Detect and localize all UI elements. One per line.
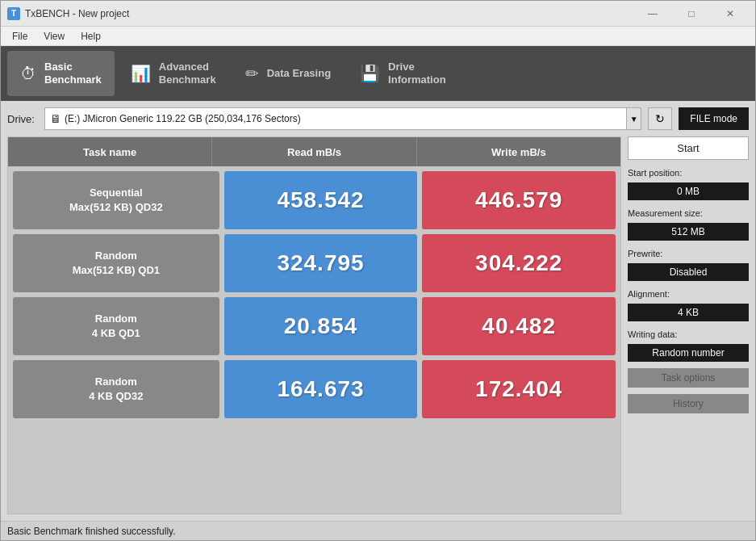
write-cell-2: 40.482 bbox=[422, 297, 616, 355]
sidebar: Start Start position: 0 MB Measurement s… bbox=[628, 136, 749, 514]
read-cell-3: 164.673 bbox=[224, 360, 418, 418]
status-text: Basic Benchmark finished successfully. bbox=[7, 526, 176, 537]
menu-view[interactable]: View bbox=[36, 29, 73, 44]
write-value-3: 172.404 bbox=[475, 376, 562, 402]
alignment-value: 4 KB bbox=[628, 304, 749, 321]
app-icon: T bbox=[7, 7, 20, 20]
drive-tab-icon: 💾 bbox=[360, 64, 380, 83]
write-cell-0: 446.579 bbox=[422, 171, 616, 229]
task-cell-1: RandomMax(512 KB) QD1 bbox=[13, 234, 219, 292]
minimize-button[interactable]: — bbox=[634, 2, 671, 25]
drive-selector-wrapper: 🖥 (E:) JMicron Generic 119.22 GB (250,03… bbox=[44, 107, 641, 130]
drive-select[interactable]: 🖥 (E:) JMicron Generic 119.22 GB (250,03… bbox=[44, 107, 627, 130]
task-options-button[interactable]: Task options bbox=[628, 368, 749, 388]
content-area: Drive: 🖥 (E:) JMicron Generic 119.22 GB … bbox=[1, 101, 755, 521]
writing-data-value: Random number bbox=[628, 344, 749, 362]
drive-dropdown-arrow[interactable]: ▼ bbox=[627, 107, 641, 130]
write-value-2: 40.482 bbox=[482, 313, 556, 339]
task-name-1: RandomMax(512 KB) QD1 bbox=[73, 249, 160, 278]
prewrite-value: Disabled bbox=[628, 263, 749, 281]
table-header: Task name Read mB/s Write mB/s bbox=[8, 137, 620, 166]
alignment-label: Alignment: bbox=[628, 289, 749, 299]
task-name-2: Random4 KB QD1 bbox=[92, 312, 140, 341]
table-body: SequentialMax(512 KB) QD32 458.542 446.5… bbox=[8, 166, 620, 514]
file-mode-button[interactable]: FILE mode bbox=[679, 107, 749, 130]
read-value-1: 324.795 bbox=[277, 250, 364, 276]
drive-icon: 🖥 bbox=[50, 112, 61, 125]
drive-label: Drive: bbox=[7, 113, 35, 125]
table-row: RandomMax(512 KB) QD1 324.795 304.222 bbox=[13, 234, 616, 292]
start-button[interactable]: Start bbox=[628, 136, 749, 160]
header-write: Write mB/s bbox=[417, 137, 620, 166]
tab-data-erasing[interactable]: ✏ Data Erasing bbox=[232, 51, 344, 96]
chart-icon: 📊 bbox=[131, 64, 151, 83]
measurement-size-label: Measurement size: bbox=[628, 208, 749, 218]
main-window: T TxBENCH - New project — □ ✕ File View … bbox=[0, 0, 756, 541]
start-position-label: Start position: bbox=[628, 168, 749, 178]
title-bar: T TxBENCH - New project — □ ✕ bbox=[1, 1, 755, 27]
tab-basic-benchmark[interactable]: ⏱ BasicBenchmark bbox=[7, 51, 115, 96]
menu-help[interactable]: Help bbox=[73, 29, 109, 44]
header-read: Read mB/s bbox=[212, 137, 416, 166]
table-row: SequentialMax(512 KB) QD32 458.542 446.5… bbox=[13, 171, 616, 229]
eraser-icon: ✏ bbox=[245, 64, 259, 83]
table-row: Random4 KB QD32 164.673 172.404 bbox=[13, 360, 616, 418]
write-cell-1: 304.222 bbox=[422, 234, 616, 292]
task-cell-3: Random4 KB QD32 bbox=[13, 360, 219, 418]
close-button[interactable]: ✕ bbox=[712, 2, 749, 25]
task-name-0: SequentialMax(512 KB) QD32 bbox=[69, 186, 163, 215]
read-value-3: 164.673 bbox=[277, 376, 364, 402]
task-name-3: Random4 KB QD32 bbox=[89, 375, 143, 404]
history-button[interactable]: History bbox=[628, 394, 749, 413]
status-bar: Basic Benchmark finished successfully. bbox=[1, 521, 755, 540]
header-task: Task name bbox=[8, 137, 212, 166]
tab-drive-information[interactable]: 💾 DriveInformation bbox=[347, 51, 459, 96]
window-controls: — □ ✕ bbox=[634, 2, 749, 25]
prewrite-label: Prewrite: bbox=[628, 249, 749, 258]
maximize-button[interactable]: □ bbox=[673, 2, 710, 25]
table-row: Random4 KB QD1 20.854 40.482 bbox=[13, 297, 616, 355]
menu-bar: File View Help bbox=[1, 27, 755, 46]
measurement-size-value: 512 MB bbox=[628, 223, 749, 241]
tab-advanced-benchmark[interactable]: 📊 AdvancedBenchmark bbox=[118, 51, 229, 96]
writing-data-label: Writing data: bbox=[628, 329, 749, 339]
main-area: Task name Read mB/s Write mB/s Sequentia… bbox=[7, 136, 749, 514]
task-cell-0: SequentialMax(512 KB) QD32 bbox=[13, 171, 219, 229]
read-value-0: 458.542 bbox=[277, 187, 364, 213]
menu-file[interactable]: File bbox=[4, 29, 36, 44]
write-value-0: 446.579 bbox=[475, 187, 562, 213]
start-position-value: 0 MB bbox=[628, 182, 749, 200]
write-cell-3: 172.404 bbox=[422, 360, 616, 418]
clock-icon: ⏱ bbox=[20, 65, 36, 83]
tab-bar: ⏱ BasicBenchmark 📊 AdvancedBenchmark ✏ D… bbox=[1, 46, 755, 101]
read-cell-2: 20.854 bbox=[224, 297, 418, 355]
read-cell-0: 458.542 bbox=[224, 171, 418, 229]
read-value-2: 20.854 bbox=[284, 313, 358, 339]
write-value-1: 304.222 bbox=[475, 250, 562, 276]
read-cell-1: 324.795 bbox=[224, 234, 418, 292]
drive-row: Drive: 🖥 (E:) JMicron Generic 119.22 GB … bbox=[7, 107, 749, 130]
refresh-button[interactable]: ↻ bbox=[648, 107, 672, 130]
task-cell-2: Random4 KB QD1 bbox=[13, 297, 219, 355]
benchmark-table: Task name Read mB/s Write mB/s Sequentia… bbox=[7, 136, 621, 514]
window-title: TxBENCH - New project bbox=[25, 8, 634, 19]
